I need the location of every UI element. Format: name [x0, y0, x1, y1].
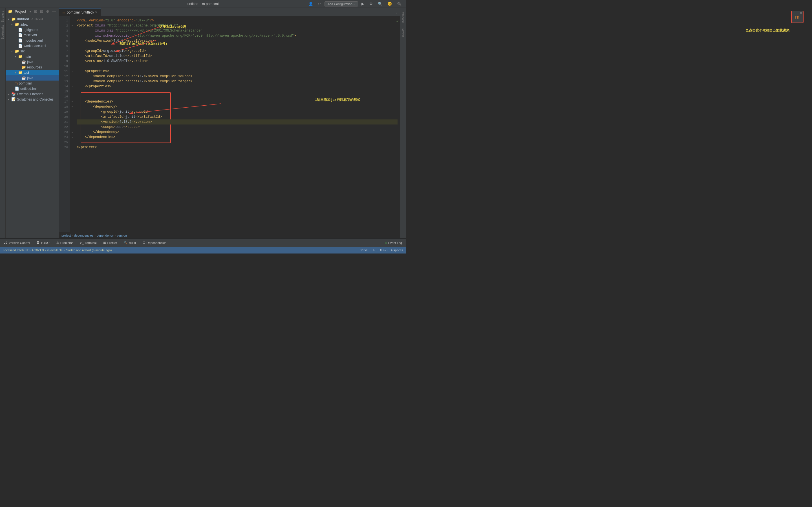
code-line-25 — [77, 140, 398, 145]
tab-more-button[interactable]: ⋮ — [393, 10, 400, 14]
structure-label[interactable]: Structure — [1, 11, 4, 22]
editor-tab-pom[interactable]: m pom.xml (untitled) ✕ — [59, 8, 101, 16]
database-label[interactable]: Database — [402, 11, 405, 23]
tree-item-misc-xml[interactable]: 📄 misc.xml — [6, 33, 59, 38]
build-icon[interactable]: ⚙ — [368, 1, 374, 6]
git-icon[interactable]: ↩ — [316, 1, 323, 6]
code-line-24: </dependencies> — [77, 135, 398, 140]
fold-17[interactable]: ▾ — [70, 99, 74, 104]
tree-item-scratches[interactable]: ▸ 📝 Scratches and Consoles — [6, 97, 59, 102]
code-line-9: <version>1.0-SNAPSHOT</version> — [77, 59, 398, 64]
sidebar-settings-icon[interactable]: ⚙ — [45, 9, 50, 14]
dependencies-icon: ⬡ — [143, 241, 146, 244]
problems-item[interactable]: ⚠ Problems — [55, 240, 74, 245]
version-control-icon: ⎇ — [4, 241, 8, 244]
code-line-13: <maven.compiler.target>17</maven.compile… — [77, 79, 398, 84]
profiler-item[interactable]: ▦ Profiler — [102, 240, 118, 245]
tree-item-workspace-xml[interactable]: 📄 workspace.xml — [6, 43, 59, 48]
code-line-10 — [77, 64, 398, 69]
code-line-6 — [77, 43, 398, 48]
breadcrumb-dependencies[interactable]: dependencies — [74, 234, 94, 237]
left-strip: Structure Bookmarks — [0, 8, 6, 238]
plugins-icon[interactable]: 🔌 — [395, 1, 403, 6]
code-line-3: xmlns:xsi="http://www.w3.org/2001/XMLSch… — [77, 28, 398, 33]
dependencies-label: Dependencies — [147, 241, 166, 244]
dependencies-item[interactable]: ⬡ Dependencies — [142, 240, 167, 245]
tree-item-idea[interactable]: ▾ 📁 .idea — [6, 22, 59, 27]
tree-item-src[interactable]: ▾ 📁 src — [6, 48, 59, 54]
fold-18[interactable]: ▾ — [70, 104, 74, 109]
sidebar-close-icon[interactable]: — — [51, 9, 57, 14]
status-encoding[interactable]: UTF-8 — [378, 248, 388, 252]
tab-maven-icon: m — [63, 11, 65, 14]
project-sidebar: 📁 Project ▾ ⊞ ⊟ ⚙ — ▾ 📁 untitled ~/untit… — [6, 8, 59, 238]
code-line-4: xsi:schemaLocation="http://maven.apache.… — [77, 33, 398, 38]
todo-item[interactable]: ☰ TODO — [36, 240, 51, 245]
tree-item-ext-libs[interactable]: ▸ 📚 External Libraries — [6, 91, 59, 97]
code-line-2: <project xmlns="http://maven.apache.org/… — [77, 23, 398, 28]
code-editor[interactable]: 1 2 3 4 5 6 7 8 9 10 11 12 13 14 15 16 1… — [59, 16, 400, 232]
code-line-14: </properties> — [77, 84, 398, 89]
avatar-icon[interactable]: 😊 — [386, 1, 394, 6]
code-line-26: </project> — [77, 145, 398, 150]
event-log-item[interactable]: ● Event Log — [384, 240, 403, 245]
code-content[interactable]: <?xml version="1.0" encoding="UTF-8"?> <… — [74, 16, 400, 232]
fold-23[interactable]: ▴ — [70, 129, 74, 135]
event-log-icon: ● — [385, 241, 387, 244]
code-line-23: </dependency> — [77, 129, 398, 135]
tree-item-resources[interactable]: 📂 resources — [6, 64, 59, 70]
editor-tabs: m pom.xml (untitled) ✕ ⋮ — [59, 8, 400, 16]
search-icon[interactable]: 🔍 — [376, 1, 384, 6]
tree-item-untitled-iml[interactable]: 📄 untitled.iml — [6, 86, 59, 91]
fold-1 — [70, 18, 74, 23]
fold-14[interactable]: ▴ — [70, 84, 74, 89]
tree-item-modules-xml[interactable]: 📄 modules.xml — [6, 38, 59, 43]
sidebar-collapse-icon[interactable]: ⊟ — [39, 9, 44, 14]
status-lf[interactable]: LF — [371, 248, 375, 252]
code-line-1: <?xml version="1.0" encoding="UTF-8"?> — [77, 18, 398, 23]
problems-label: Problems — [60, 241, 73, 244]
sidebar-folder-icon: 📁 — [8, 9, 12, 13]
breadcrumb-dependency[interactable]: dependency — [97, 234, 114, 237]
sidebar-tree: ▾ 📁 untitled ~/untitled ▾ 📁 .idea 📄 .git… — [6, 15, 59, 238]
sidebar-dropdown-icon[interactable]: ▾ — [29, 9, 32, 14]
tree-item-main[interactable]: ▾ 📁 main — [6, 54, 59, 59]
event-log-label: Event Log — [388, 241, 402, 244]
tree-item-test[interactable]: ▾ 📁 test — [6, 70, 59, 75]
add-config-button[interactable]: Add Configuration... — [324, 1, 358, 6]
status-line-col[interactable]: 21:28 — [360, 248, 368, 252]
sidebar-header: 📁 Project ▾ ⊞ ⊟ ⚙ — — [6, 8, 59, 15]
version-control-item[interactable]: ⎇ Version Control — [3, 240, 31, 245]
editor-area: m pom.xml (untitled) ✕ ⋮ 1 2 3 4 5 6 7 8… — [59, 8, 400, 238]
run-button[interactable]: ▶ — [360, 1, 366, 6]
terminal-item[interactable]: >_ Terminal — [79, 240, 98, 245]
tree-item-pom-xml[interactable]: m pom.xml — [6, 80, 59, 86]
toolbar-right: 👤 ↩ Add Configuration... ▶ ⚙ 🔍 😊 🔌 — [307, 1, 403, 6]
tree-item-java-main[interactable]: ☕ java — [6, 59, 59, 64]
code-line-20: <artifactId>junit</artifactId> — [77, 114, 398, 119]
tree-item-gitignore[interactable]: 📄 .gitignore — [6, 27, 59, 33]
breadcrumb-bar: project › dependencies › dependency › ve… — [59, 232, 400, 238]
todo-icon: ☰ — [37, 241, 40, 244]
breadcrumb-version[interactable]: version — [117, 234, 127, 237]
status-spaces[interactable]: 4 spaces — [391, 248, 403, 252]
terminal-icon: >_ — [80, 241, 84, 244]
tree-item-untitled[interactable]: ▾ 📁 untitled ~/untitled — [6, 16, 59, 22]
fold-2[interactable]: ▾ — [70, 23, 74, 28]
code-line-11: <properties> — [77, 69, 398, 74]
main-layout: Structure Bookmarks 📁 Project ▾ ⊞ ⊟ ⚙ — … — [0, 8, 406, 238]
problems-icon: ⚠ — [56, 241, 59, 244]
titlebar: untitled – m pom.xml 👤 ↩ Add Configurati… — [0, 0, 406, 8]
tree-item-java-test[interactable]: ☕ java — [6, 75, 59, 80]
maven-label[interactable]: Maven — [402, 29, 405, 37]
build-item[interactable]: 🔨 Build — [123, 240, 137, 245]
breadcrumb-project[interactable]: project — [61, 234, 71, 237]
sidebar-expand-icon[interactable]: ⊞ — [33, 9, 38, 14]
fold-24[interactable]: ▴ — [70, 135, 74, 140]
fold-11[interactable]: ▾ — [70, 69, 74, 74]
tab-close-button[interactable]: ✕ — [95, 10, 98, 14]
code-line-7: <groupId>org.example</groupId> — [77, 48, 398, 54]
profile-icon[interactable]: 👤 — [307, 1, 315, 6]
bookmarks-label[interactable]: Bookmarks — [1, 25, 4, 39]
code-line-5: <modelVersion>4.0.0</modelVersion> — [77, 38, 398, 43]
